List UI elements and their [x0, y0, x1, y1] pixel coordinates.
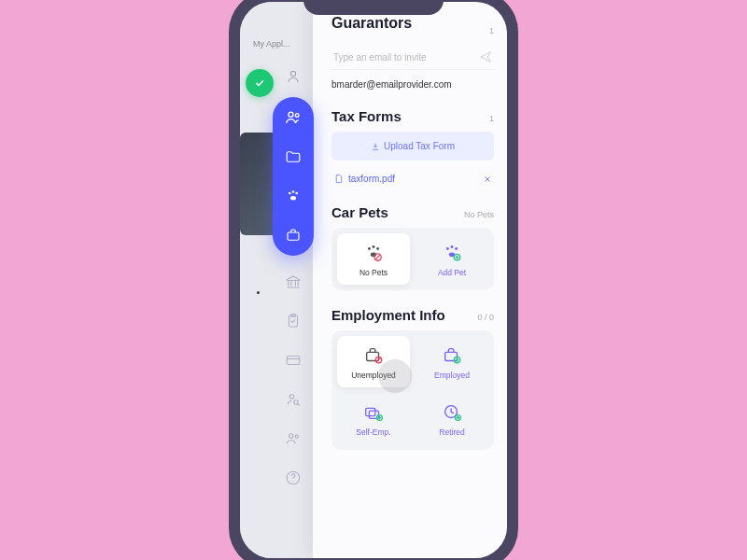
employed-icon — [440, 345, 464, 366]
nav-group[interactable] — [280, 426, 306, 452]
svg-point-0 — [290, 71, 295, 76]
svg-point-1 — [289, 112, 293, 117]
clipboard-icon — [285, 313, 302, 329]
nav-pets[interactable] — [282, 185, 304, 207]
no-pets-card[interactable]: No Pets — [337, 233, 410, 285]
guarantors-head: Guarantors 1 — [331, 21, 494, 37]
invite-input-row[interactable]: Type an email to invite — [331, 45, 494, 70]
paw-icon — [285, 188, 302, 204]
employed-card[interactable]: Employed — [416, 336, 488, 387]
retired-icon — [440, 402, 464, 423]
pets-head: Car Pets No Pets — [331, 204, 494, 220]
svg-point-17 — [368, 247, 371, 250]
guarantor-email: bmarder@emailprovider.com — [331, 79, 494, 90]
svg-rect-10 — [287, 357, 300, 365]
card-icon — [285, 352, 302, 369]
svg-point-6 — [290, 196, 296, 201]
self-employed-label: Self-Emp. — [356, 427, 390, 437]
svg-point-5 — [295, 192, 298, 195]
person-search-icon — [285, 391, 302, 408]
group-icon — [285, 430, 302, 447]
success-badge — [246, 69, 274, 97]
svg-point-12 — [294, 400, 299, 405]
svg-point-22 — [446, 247, 449, 250]
retired-card[interactable]: Retired — [416, 393, 488, 444]
pets-grid: No Pets Add Pet — [331, 228, 494, 290]
guarantors-count: 1 — [489, 26, 494, 35]
bullet — [257, 291, 260, 294]
svg-point-4 — [292, 190, 295, 193]
screen: My Appl... — [240, 2, 507, 558]
upload-tax-button[interactable]: Upload Tax Form — [331, 132, 494, 161]
phone-notch — [303, 0, 444, 15]
nav-documents[interactable] — [282, 146, 304, 168]
employment-title: Employment Info — [331, 307, 445, 323]
tax-file[interactable]: taxform.pdf — [333, 174, 395, 184]
svg-point-11 — [289, 395, 294, 399]
briefcase-icon — [285, 227, 302, 244]
nav-bank[interactable] — [280, 269, 306, 295]
nav-inactive-group — [280, 269, 306, 491]
nav-profile-top[interactable] — [276, 60, 310, 93]
file-icon — [333, 174, 344, 184]
tax-head: Tax Forms 1 — [331, 108, 494, 124]
employment-head: Employment Info 0 / 0 — [331, 307, 494, 323]
self-employed-card[interactable]: Self-Emp. — [337, 393, 410, 444]
touch-indicator — [378, 359, 412, 393]
download-icon — [371, 142, 380, 151]
nav-search-person[interactable] — [280, 386, 306, 413]
upload-label: Upload Tax Form — [384, 141, 455, 151]
invite-placeholder: Type an email to invite — [333, 52, 427, 63]
nav-guarantors[interactable] — [282, 106, 304, 129]
no-pets-label: No Pets — [359, 268, 388, 277]
svg-rect-27 — [367, 352, 379, 360]
guarantors-title: Guarantors — [331, 15, 412, 32]
main-content: Guarantors 1 Type an email to invite bma… — [313, 2, 507, 558]
employment-grid: Unemployed Employed Self-Emp. — [331, 330, 494, 450]
svg-point-16 — [292, 481, 293, 482]
nav-active-group — [273, 97, 314, 256]
help-icon — [285, 469, 302, 486]
nav-payment[interactable] — [280, 347, 306, 373]
svg-point-19 — [376, 247, 379, 250]
pets-title: Car Pets — [331, 204, 388, 220]
remove-file-button[interactable] — [483, 175, 492, 184]
phone-frame: My Appl... — [229, 0, 518, 560]
svg-point-3 — [289, 192, 291, 195]
svg-rect-31 — [366, 408, 375, 415]
add-pet-label: Add Pet — [438, 268, 466, 277]
svg-point-18 — [373, 245, 375, 248]
employed-label: Employed — [434, 371, 470, 380]
person-icon — [285, 68, 302, 85]
nav-rail — [273, 60, 314, 549]
self-employed-icon — [361, 402, 386, 423]
folder-icon — [285, 148, 302, 165]
check-icon — [254, 77, 265, 89]
employment-status: 0 / 0 — [477, 313, 494, 322]
retired-label: Retired — [439, 427, 464, 437]
svg-point-23 — [451, 245, 454, 248]
people-icon — [284, 108, 303, 127]
add-pet-icon — [440, 243, 464, 263]
nav-checklist[interactable] — [280, 308, 306, 334]
svg-point-14 — [295, 435, 298, 438]
tax-count: 1 — [489, 114, 494, 123]
no-pets-icon — [361, 243, 386, 263]
tax-file-row: taxform.pdf — [331, 170, 494, 188]
add-pet-card[interactable]: Add Pet — [416, 233, 488, 285]
svg-point-2 — [295, 114, 299, 118]
svg-point-13 — [289, 434, 294, 439]
svg-rect-29 — [445, 352, 458, 360]
back-title: My Appl... — [240, 39, 324, 49]
pets-status: No Pets — [464, 210, 494, 219]
nav-employment[interactable] — [282, 224, 304, 246]
unemployed-icon — [361, 345, 386, 366]
tax-title: Tax Forms — [331, 108, 402, 124]
send-icon[interactable] — [479, 50, 492, 63]
svg-point-24 — [455, 247, 458, 250]
svg-rect-7 — [288, 232, 299, 240]
bank-icon — [285, 273, 302, 290]
nav-help[interactable] — [280, 465, 306, 491]
